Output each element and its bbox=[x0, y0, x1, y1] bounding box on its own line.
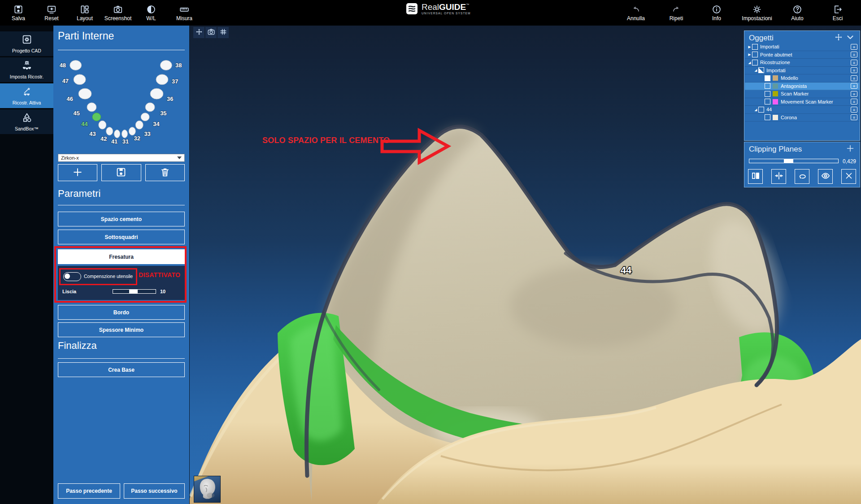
chevron-down-icon[interactable] bbox=[844, 33, 856, 43]
row-menu-icon[interactable]: ≡ bbox=[851, 60, 857, 65]
toolbar-button-annulla[interactable]: Annulla bbox=[616, 0, 656, 26]
tree-row-ponte-abutmet[interactable]: ▶Ponte abutmet≡ bbox=[745, 51, 859, 59]
visibility-checkbox[interactable] bbox=[765, 114, 770, 120]
sottosquadri-button[interactable]: Sottosquadri bbox=[58, 230, 185, 244]
clipping-slider-handle[interactable] bbox=[784, 159, 794, 163]
tooth-42[interactable] bbox=[106, 127, 113, 135]
toolbar-button-w-l[interactable]: W/L bbox=[135, 0, 168, 26]
tool-compensation-toggle[interactable] bbox=[63, 272, 81, 281]
row-menu-icon[interactable]: ≡ bbox=[851, 44, 857, 50]
toolbar-button-reset[interactable]: Reset bbox=[35, 0, 68, 26]
tooth-34[interactable] bbox=[141, 113, 149, 121]
tooth-36[interactable] bbox=[150, 88, 163, 99]
row-menu-icon[interactable]: ≡ bbox=[851, 107, 857, 113]
liscia-slider[interactable] bbox=[113, 289, 156, 294]
row-menu-icon[interactable]: ≡ bbox=[851, 91, 857, 97]
color-swatch[interactable] bbox=[773, 91, 778, 96]
crea-base-button[interactable]: Crea Base bbox=[58, 362, 185, 377]
tooth-45[interactable] bbox=[87, 103, 96, 112]
color-swatch[interactable] bbox=[773, 83, 778, 89]
visibility-checkbox[interactable] bbox=[758, 67, 764, 73]
clipping-plane-slider[interactable] bbox=[749, 159, 839, 163]
tooth-48[interactable] bbox=[70, 61, 82, 70]
clipping-rotate-plane-button[interactable] bbox=[795, 169, 809, 184]
visibility-checkbox[interactable] bbox=[765, 99, 770, 104]
add-preset-button[interactable] bbox=[58, 164, 97, 181]
visibility-checkbox[interactable] bbox=[765, 75, 770, 81]
tooth-47[interactable] bbox=[74, 74, 86, 85]
liscia-slider-handle[interactable] bbox=[129, 290, 138, 293]
clipping-close-button[interactable] bbox=[841, 169, 856, 184]
color-swatch[interactable] bbox=[773, 75, 778, 81]
tree-row-modello[interactable]: Modello≡ bbox=[745, 74, 859, 83]
tooth-43[interactable] bbox=[99, 121, 106, 129]
row-menu-icon[interactable]: ≡ bbox=[851, 83, 857, 89]
next-step-button[interactable]: Passo successivo bbox=[124, 483, 185, 499]
row-menu-icon[interactable]: ≡ bbox=[851, 67, 857, 73]
sidebar-item-ricostr-attiva[interactable]: Ricostr. Attiva bbox=[0, 83, 53, 108]
fresatura-button[interactable]: Fresatura bbox=[58, 249, 185, 264]
toolbar-button-layout[interactable]: Layout bbox=[68, 0, 101, 26]
sidebar-item-progetto-cad[interactable]: Progetto CAD bbox=[0, 31, 53, 56]
color-swatch[interactable] bbox=[773, 115, 778, 120]
tooth-31[interactable] bbox=[122, 130, 127, 138]
tree-row-movement-scan-marker[interactable]: Movement Scan Marker≡ bbox=[745, 98, 859, 106]
tree-row-ricostruzione[interactable]: ◢Ricostruzione≡ bbox=[745, 59, 859, 67]
tooth-38[interactable] bbox=[160, 61, 172, 70]
toolbar-button-impostazioni[interactable]: Impostazioni bbox=[737, 0, 777, 26]
tree-expander-icon[interactable]: ◢ bbox=[753, 108, 758, 112]
viewport-tool-camera[interactable] bbox=[205, 27, 217, 38]
tree-row-scan-marker[interactable]: Scan Marker≡ bbox=[745, 90, 859, 98]
tree-expander-icon[interactable]: ◢ bbox=[747, 61, 752, 65]
visibility-checkbox[interactable] bbox=[758, 107, 764, 113]
row-menu-icon[interactable]: ≡ bbox=[851, 99, 857, 104]
tooth-32[interactable] bbox=[129, 127, 135, 135]
tree-expander-icon[interactable]: ▶ bbox=[747, 45, 752, 49]
toolbar-button-screenshot[interactable]: Screenshot bbox=[101, 0, 135, 26]
visibility-checkbox[interactable] bbox=[765, 91, 770, 97]
tree-row-corona[interactable]: Corona≡ bbox=[745, 114, 859, 122]
material-dropdown[interactable]: Zirkon-x bbox=[58, 154, 185, 162]
toolbar-button-salva[interactable]: Salva bbox=[2, 0, 35, 26]
clipping-visibility-button[interactable] bbox=[818, 169, 833, 184]
visibility-checkbox[interactable] bbox=[752, 44, 758, 50]
tooth-37[interactable] bbox=[156, 74, 168, 85]
toolbar-button-info[interactable]: Info bbox=[696, 0, 737, 26]
spazio-cemento-button[interactable]: Spazio cemento bbox=[58, 212, 185, 226]
spessore-minimo-button[interactable]: Spessore Minimo bbox=[58, 322, 185, 337]
tree-row-antagonista[interactable]: Antagonista≡ bbox=[745, 83, 859, 91]
tooth-46[interactable] bbox=[78, 88, 91, 99]
tooth-41[interactable] bbox=[114, 130, 120, 138]
viewport-tool-move[interactable] bbox=[193, 27, 204, 38]
visibility-checkbox[interactable] bbox=[752, 52, 758, 57]
row-menu-icon[interactable]: ≡ bbox=[851, 52, 857, 57]
visibility-checkbox[interactable] bbox=[765, 83, 770, 89]
tooth-chart[interactable]: 48474645444342413132333435363738 bbox=[53, 51, 189, 151]
toolbar-button-esci[interactable]: Esci bbox=[818, 0, 858, 26]
tooth-44[interactable] bbox=[92, 113, 101, 121]
toolbar-button-misura[interactable]: Misura bbox=[168, 0, 201, 26]
tooth-35[interactable] bbox=[145, 103, 155, 112]
clipping-center-planes-button[interactable] bbox=[771, 169, 786, 184]
delete-preset-button[interactable] bbox=[145, 164, 185, 181]
tree-expander-icon[interactable]: ▶ bbox=[747, 52, 752, 56]
row-menu-icon[interactable]: ≡ bbox=[851, 75, 857, 81]
row-menu-icon[interactable]: ≡ bbox=[851, 114, 857, 120]
toolbar-button-ripeti[interactable]: Ripeti bbox=[656, 0, 696, 26]
add-clipping-plane-button[interactable] bbox=[844, 144, 856, 154]
tree-row-importati[interactable]: ▶Importati≡ bbox=[745, 43, 859, 51]
viewport-tool-grid[interactable] bbox=[217, 27, 229, 38]
toolbar-button-aiuto[interactable]: Aiuto bbox=[777, 0, 818, 26]
orientation-head-avatar[interactable] bbox=[194, 476, 221, 503]
sidebar-item-sandbox[interactable]: SandBox™ bbox=[0, 109, 53, 134]
move-icon[interactable] bbox=[833, 33, 844, 43]
clipping-split-planes-button[interactable] bbox=[748, 169, 763, 184]
tree-expander-icon[interactable]: ◢ bbox=[753, 68, 758, 72]
sidebar-item-imposta-ricostr[interactable]: Imposta Ricostr. bbox=[0, 57, 53, 82]
tree-row-44[interactable]: ◢44≡ bbox=[745, 106, 859, 114]
bordo-button[interactable]: Bordo bbox=[58, 305, 185, 320]
previous-step-button[interactable]: Passo precedente bbox=[58, 483, 120, 499]
tooth-33[interactable] bbox=[135, 121, 143, 129]
tree-row-importati[interactable]: ◢Importati≡ bbox=[745, 67, 859, 75]
visibility-checkbox[interactable] bbox=[752, 60, 758, 65]
